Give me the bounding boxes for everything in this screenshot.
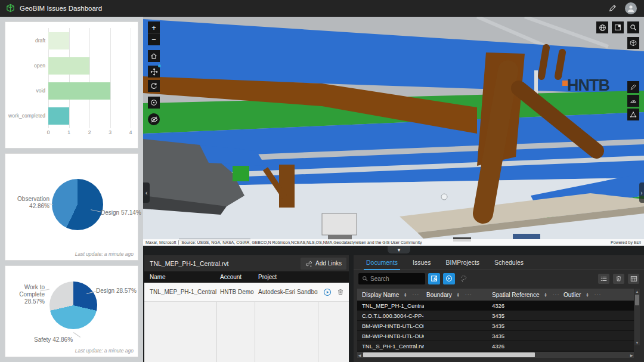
link-project-cell: Autodesk-Esri Sandbox: [255, 289, 318, 295]
column-menu-icon[interactable]: ···: [552, 292, 559, 298]
open-viewer-button[interactable]: [443, 273, 455, 284]
bim-3d-scene: [143, 17, 644, 246]
scrollbar-thumb[interactable]: [363, 352, 535, 357]
collapse-right-panel-handle[interactable]: ›: [639, 182, 644, 203]
bar-draft[interactable]: [48, 32, 69, 49]
bar-category-label: open: [9, 53, 48, 78]
zoom-in-button[interactable]: +: [148, 21, 160, 33]
collapse-left-panel-handle[interactable]: ‹: [143, 182, 150, 203]
gridline: [69, 28, 70, 128]
work-status-pie-chart[interactable]: [49, 281, 97, 329]
3d-cube-button[interactable]: [627, 37, 639, 49]
links-panel-title: TNL_MEP_PH-1_Central.rvt: [150, 260, 301, 267]
tab-schedules[interactable]: Schedules: [492, 259, 526, 270]
slice-gauge-button[interactable]: [627, 95, 639, 107]
table-row[interactable]: BM-WIP-HNTB-UTL-DUCT....3435: [357, 331, 634, 341]
map-icon: [431, 275, 438, 282]
column-menu-icon[interactable]: ···: [465, 292, 472, 298]
column-header-outlier[interactable]: Outlier: [564, 292, 581, 298]
pie-label-safety: Safety 42.86%: [34, 336, 73, 344]
table-cell: 4326: [490, 302, 561, 309]
attribution-source: Source: USGS, NGA, NASA, CGIAR, GEBCO,N …: [179, 240, 608, 245]
column-header-project: Project: [255, 274, 318, 280]
table-row[interactable]: TNL_MEP_PH-1_Central.rvt4326: [357, 301, 634, 311]
search-input[interactable]: [370, 276, 418, 282]
basemap-globe-button[interactable]: [596, 21, 608, 33]
open-link-icon[interactable]: [323, 288, 332, 296]
collapse-bottom-panel-handle[interactable]: ▾: [388, 246, 410, 253]
zoom-out-button[interactable]: −: [148, 33, 160, 45]
pan-tool-button[interactable]: [148, 66, 160, 78]
x-tick-label: 3: [109, 129, 112, 135]
home-button[interactable]: [148, 50, 160, 62]
table-cell: C.O.T.L.000.3004-C-PP-FU...: [357, 313, 424, 319]
play-circle-icon: [445, 275, 453, 282]
sort-icon[interactable]: ▲▼: [404, 292, 407, 297]
table-cell: TNL_MEP_PH-1_Central.rvt: [357, 302, 424, 309]
bar-open[interactable]: [48, 57, 89, 75]
horizontal-scrollbar[interactable]: ◀ ▶: [357, 352, 634, 358]
sort-icon[interactable]: ▲▼: [544, 292, 547, 297]
issues-by-status-chart-panel: draftopenvoidwork_completed 01234: [5, 21, 138, 148]
delete-link-icon[interactable]: [337, 288, 344, 296]
bar-void[interactable]: [48, 82, 110, 100]
bar-category-label: work_completed: [9, 103, 48, 128]
column-menu-icon[interactable]: ···: [412, 292, 419, 298]
daylight-eye-button[interactable]: [148, 113, 160, 125]
column-header-spatial-reference[interactable]: Spatial Reference: [492, 292, 540, 298]
table-options-button[interactable]: [628, 274, 639, 284]
page-title: GeoBIM Issues Dashboard: [20, 5, 102, 12]
scroll-left-arrow[interactable]: ◀: [357, 353, 362, 357]
scroll-right-arrow[interactable]: ▶: [629, 353, 634, 357]
delete-rows-button[interactable]: [613, 274, 624, 284]
vertical-scrollbar[interactable]: ▲ ▼: [634, 289, 640, 345]
map-attribution: Maxar, Microsoft Source: USGS, NGA, NASA…: [143, 239, 644, 246]
compass-target-button[interactable]: [148, 97, 160, 109]
zoom-control: + −: [148, 21, 160, 45]
sort-icon[interactable]: ▲▼: [586, 292, 589, 297]
table-row[interactable]: BM-WIP-HNTB-UTL-COM...3435: [357, 321, 634, 331]
rotate-tool-button[interactable]: [148, 80, 160, 92]
data-panel-tabs: Documents Issues BIMProjects Schedules: [354, 255, 644, 270]
lasso-select-icon[interactable]: [460, 275, 467, 283]
scroll-down-arrow[interactable]: ▼: [636, 340, 639, 345]
scroll-up-arrow[interactable]: ▲: [636, 289, 639, 294]
sketch-pencil-button[interactable]: [627, 81, 639, 93]
show-selection-button[interactable]: [598, 274, 609, 284]
table-row[interactable]: TNL_S_PH-1_Central.rvt4326: [357, 341, 634, 351]
table-row[interactable]: C.O.T.L.000.3004-C-PP-FU...3435: [357, 311, 634, 321]
work-status-pie-panel: Work to Complete 28.57% Design 28.57% Sa…: [5, 265, 138, 357]
search-box[interactable]: [358, 273, 425, 284]
tab-issues[interactable]: Issues: [410, 259, 433, 270]
pie-label-work-to-complete: Work to Complete 28.57%: [8, 284, 45, 305]
bar-work_completed[interactable]: [48, 107, 69, 125]
layers-save-button[interactable]: [612, 21, 624, 33]
sort-icon[interactable]: ▲▼: [457, 292, 460, 297]
column-menu-icon[interactable]: ···: [594, 292, 601, 298]
show-on-map-button[interactable]: [428, 273, 440, 284]
issue-type-pie-chart[interactable]: [52, 179, 103, 230]
table-row[interactable]: TNL_MEP_PH-1_Central.rvt HNTB Demo Autod…: [144, 283, 349, 302]
scrollbar-thumb[interactable]: [635, 295, 639, 305]
hntb-logo-text: HNTB: [567, 76, 609, 95]
measure-tin-button[interactable]: [627, 109, 639, 120]
table-cell: BM-WIP-HNTB-UTL-DUCT....: [357, 333, 424, 339]
column-header-boundary[interactable]: Boundary: [426, 292, 452, 298]
data-panel: Documents Issues BIMProjects Schedules: [354, 255, 644, 362]
table-cell: 4326: [490, 343, 561, 349]
table-cell: TNL_S_PH-1_Central.rvt: [357, 343, 424, 349]
user-avatar[interactable]: [625, 2, 637, 14]
column-header-display-name[interactable]: Display Name: [362, 292, 399, 298]
edit-dashboard-icon[interactable]: [608, 4, 617, 13]
last-update-text: Last update: a minute ago: [75, 348, 134, 354]
column-header-name: Name: [144, 274, 216, 280]
search-tool-button[interactable]: [627, 21, 639, 33]
table-cell: 3435: [490, 333, 561, 339]
documents-table: Display Name ▲▼ ··· Boundary ▲▼ ··· Spat…: [357, 289, 634, 352]
x-tick-label: 4: [129, 129, 132, 135]
tab-bimprojects[interactable]: BIMProjects: [443, 259, 482, 270]
tab-documents[interactable]: Documents: [364, 259, 400, 270]
scene-viewer[interactable]: + − HNTB Maxar, Microsoft: [143, 17, 644, 246]
table-cell: 3435: [490, 313, 561, 319]
add-links-button[interactable]: Add Links: [301, 258, 346, 270]
